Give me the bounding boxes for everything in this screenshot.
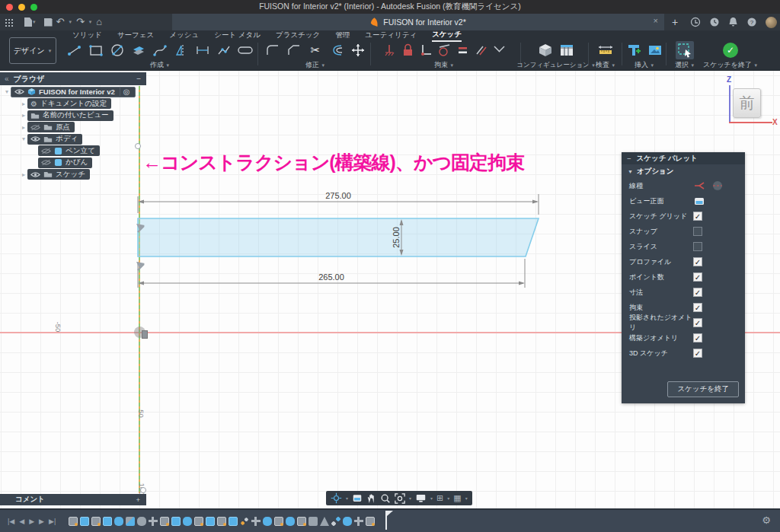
modify-group-label[interactable]: 修正 (305, 61, 319, 68)
eye-icon[interactable] (30, 135, 40, 142)
timeline-feature-sketch-icon[interactable] (366, 517, 375, 526)
tab-plastic[interactable]: プラスチック (276, 30, 320, 40)
caret-icon[interactable]: ▾ (651, 62, 654, 68)
tab-surface[interactable]: サーフェス (117, 30, 154, 40)
orbit-icon[interactable] (331, 492, 342, 504)
tab-manage[interactable]: 管理 (335, 30, 350, 40)
comments-bar[interactable]: コメント + (0, 494, 146, 505)
timeline-play-button[interactable]: ▶ (29, 518, 34, 525)
checkbox-construction-geometry[interactable]: ✓ (693, 333, 702, 342)
tree-label[interactable]: かびん (66, 158, 88, 167)
symmetry-constraint-icon[interactable] (491, 41, 507, 59)
grid-settings-icon[interactable]: ⊞ (436, 491, 443, 505)
insert-group-label[interactable]: 挿入 (635, 61, 648, 68)
timeline-feature-sketch-icon[interactable] (69, 517, 78, 526)
dimension-25[interactable]: 25.00 (392, 227, 401, 248)
job-status-clock-icon[interactable] (709, 17, 720, 27)
root-component-label[interactable]: FUISON for Interior v2 (39, 88, 115, 96)
timeline-feature-move-icon[interactable] (149, 517, 158, 526)
tree-label[interactable]: 原点 (56, 123, 70, 132)
timeline-feature-sketch-icon[interactable] (194, 517, 203, 526)
section-triangle-icon[interactable]: ▼ (628, 169, 633, 174)
configuration-group-label[interactable]: コンフィギュレーション (516, 61, 590, 68)
tree-label[interactable]: ドキュメントの設定 (40, 99, 107, 109)
minimize-panel-icon[interactable]: − (136, 75, 141, 83)
eye-icon[interactable] (14, 88, 24, 95)
spline-tool-icon[interactable] (151, 41, 169, 59)
timeline-feature-sketch-icon[interactable] (160, 517, 169, 526)
checkbox-points[interactable]: ✓ (693, 272, 702, 282)
sketch-profile[interactable] (138, 218, 539, 256)
caret-icon[interactable]: ▾ (89, 19, 92, 25)
chevron-down-icon[interactable]: ▾ (20, 135, 27, 142)
fix-constraint-icon[interactable] (382, 41, 397, 59)
browser-panel-header[interactable]: « ブラウザ − (0, 72, 146, 85)
finish-sketch-label[interactable]: スケッチを終了 (703, 61, 752, 68)
eye-icon[interactable] (30, 171, 40, 178)
eye-off-icon[interactable] (41, 159, 51, 166)
timeline-feature-extrude-icon[interactable] (171, 517, 181, 526)
construction-line-icon[interactable] (693, 180, 705, 191)
tree-row-origin[interactable]: ▸ 原点 (0, 122, 146, 134)
caret-icon[interactable]: ▾ (346, 495, 348, 501)
tree-row-sketches[interactable]: ▸ スケッチ (0, 169, 146, 181)
offset-plane-tool-icon[interactable] (129, 41, 148, 59)
timeline-feature-solid-gray-icon[interactable] (137, 517, 146, 526)
options-section-header[interactable]: ▼ オプション (622, 164, 745, 178)
timeline-feature-solid-icon[interactable] (114, 517, 123, 526)
caret-icon[interactable]: ▾ (167, 62, 170, 68)
timeline-feature-extrude-icon[interactable] (206, 517, 215, 526)
zoom-window-button[interactable] (30, 4, 37, 11)
tree-row-body-penstand[interactable]: ペン立て (0, 145, 146, 158)
fit-icon[interactable] (395, 493, 405, 504)
pan-hand-icon[interactable] (366, 493, 376, 504)
redo-icon[interactable]: ↷ (76, 14, 85, 30)
caret-icon[interactable]: ▾ (430, 495, 433, 501)
caret-icon[interactable]: ▾ (692, 62, 695, 68)
timeline-feature-move-icon[interactable] (251, 517, 261, 526)
viewcube-front-face[interactable]: 前 (733, 88, 761, 118)
sketch-point[interactable] (140, 487, 146, 493)
caret-icon[interactable]: ▾ (612, 62, 615, 68)
timeline-feature-sketch-icon[interactable] (297, 517, 306, 526)
caret-icon[interactable]: ▾ (322, 62, 325, 68)
caret-icon[interactable]: ▾ (69, 19, 72, 25)
timeline-feature-gray-box-icon[interactable] (308, 517, 318, 526)
tab-mesh[interactable]: メッシュ (169, 30, 199, 40)
tab-utilities[interactable]: ユーティリティ (365, 30, 417, 40)
zoom-icon[interactable] (380, 493, 391, 504)
timeline-feature-points-icon[interactable] (240, 517, 249, 526)
timeline-feature-cone-icon[interactable] (320, 517, 329, 526)
timeline-feature-sketch-icon[interactable] (274, 517, 283, 526)
timeline-feature-sketch-icon[interactable] (217, 517, 226, 526)
lock-constraint-icon[interactable] (400, 41, 415, 59)
document-tab[interactable]: FUISON for Interior v2* × (172, 14, 664, 30)
timeline-feature-icons[interactable] (67, 517, 376, 526)
checkbox-dimensions[interactable]: ✓ (693, 288, 702, 297)
slot-tool-icon[interactable] (236, 41, 254, 59)
activate-component-icon[interactable]: ◎ (120, 88, 130, 96)
chevron-right-icon[interactable]: ▸ (20, 100, 27, 107)
timeline-feature-move-icon[interactable] (354, 517, 363, 526)
fit-point-spline-tool-icon[interactable] (215, 41, 233, 59)
new-tab-button[interactable]: + (672, 16, 678, 28)
add-comment-button[interactable]: + (136, 495, 140, 504)
timeline-feature-solid-icon[interactable] (286, 517, 295, 526)
parallel-constraint-icon[interactable] (473, 41, 488, 59)
move-tool-icon[interactable] (349, 41, 367, 59)
undo-icon[interactable]: ↶ (56, 14, 65, 30)
timeline-feature-solid-icon[interactable] (343, 517, 352, 526)
collapse-panel-icon[interactable]: « (5, 75, 9, 83)
caret-icon[interactable]: ▾ (447, 495, 449, 501)
look-at-front-icon[interactable] (693, 196, 705, 206)
timeline-step-back-button[interactable]: ◀ (19, 518, 24, 525)
mirror-tool-icon[interactable] (172, 41, 190, 59)
constraints-group-label[interactable]: 拘束 (434, 61, 448, 68)
caret-icon[interactable]: ▾ (465, 495, 468, 501)
timeline-settings-gear-icon[interactable]: ⚙ (762, 514, 771, 526)
insert-image-icon[interactable] (646, 41, 664, 59)
rectangle-tool-icon[interactable] (87, 41, 105, 59)
tree-row-bodies[interactable]: ▾ ボディ (0, 133, 146, 145)
close-window-button[interactable] (6, 4, 13, 11)
tree-row-body-vase[interactable]: かびん (0, 157, 146, 169)
